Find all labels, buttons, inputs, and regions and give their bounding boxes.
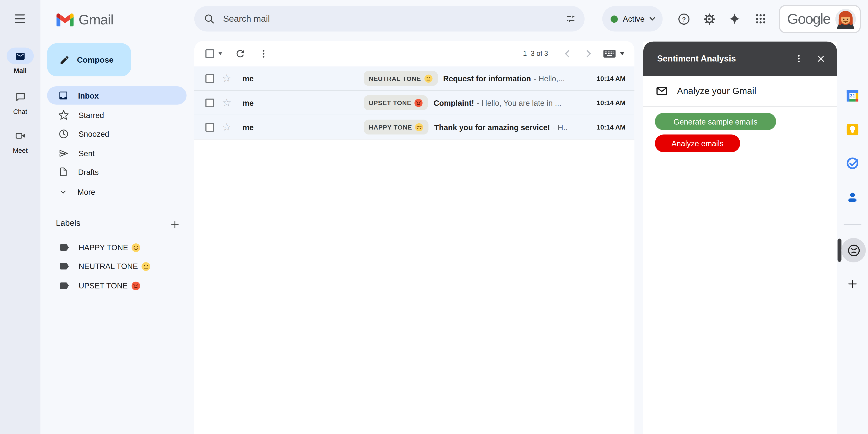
gear-icon	[703, 12, 715, 25]
row-checkbox[interactable]	[206, 98, 214, 107]
rail-item-meet[interactable]: Meet	[0, 127, 40, 154]
search-bar[interactable]	[194, 6, 585, 32]
happy-emoji-icon	[415, 123, 424, 131]
star-icon[interactable]: ☆	[222, 97, 231, 108]
chevron-down-icon	[58, 187, 68, 197]
email-subject: Complaint!	[434, 98, 474, 107]
addon-section-title: Analyze your Gmail	[677, 86, 756, 96]
chevron-left-icon[interactable]	[561, 48, 574, 60]
mail-pill	[6, 48, 34, 64]
keep-icon	[846, 123, 859, 136]
contacts-button[interactable]	[841, 186, 864, 208]
gmail-wordmark: Gmail	[79, 11, 114, 28]
email-row[interactable]: ☆ me UPSET TONE Complaint! - Hello, You …	[194, 91, 634, 115]
generate-sample-emails-button[interactable]: Generate sample emails	[655, 113, 776, 130]
sidebar-label-neutral-tone[interactable]: NEUTRAL TONE	[53, 257, 191, 276]
label-tag-icon	[59, 242, 70, 253]
addon-close-button[interactable]	[811, 49, 830, 68]
search-input[interactable]	[222, 13, 565, 24]
sidebar-label-inbox: Inbox	[78, 91, 98, 100]
addon-panel-title: Sentiment Analysis	[657, 54, 789, 64]
gmail-app-window: Mail Chat Meet Gmail	[0, 0, 868, 434]
main-menu-button[interactable]	[9, 8, 31, 30]
pencil-icon	[59, 55, 70, 65]
status-dot	[611, 15, 618, 22]
neutral-emoji-icon	[141, 261, 151, 271]
email-row[interactable]: ☆ me HAPPY TONE Thank you for amazing se…	[194, 115, 634, 140]
star-icon[interactable]: ☆	[222, 73, 231, 84]
input-tools-icon[interactable]	[602, 48, 617, 59]
more-vertical-icon	[794, 54, 804, 64]
email-snippet: - Hello,...	[534, 74, 592, 83]
neutral-emoji-icon	[424, 74, 433, 83]
refresh-icon[interactable]	[235, 48, 246, 59]
help-button[interactable]: ?	[673, 8, 695, 30]
label-tag-icon	[59, 280, 70, 291]
angry-emoji-icon	[131, 281, 141, 290]
plus-icon	[169, 219, 180, 230]
get-addons-button[interactable]	[841, 273, 864, 295]
frown-face-icon	[847, 244, 860, 256]
addon-panel-sentiment-analysis: Sentiment Analysis Analyze your Gmail Ge…	[643, 41, 837, 434]
status-chip-active[interactable]: Active	[602, 6, 662, 32]
analyze-emails-button[interactable]: Analyze emails	[655, 134, 740, 152]
email-row[interactable]: ☆ me NEUTRAL TONE Request for informatio…	[194, 66, 634, 91]
calendar-button[interactable]: 31	[841, 85, 864, 107]
tone-chip[interactable]: HAPPY TONE	[364, 120, 429, 134]
sidebar-label-more: More	[78, 187, 95, 196]
avatar-woman-icon[interactable]	[835, 9, 856, 29]
tasks-button[interactable]	[841, 152, 864, 174]
select-all-checkbox[interactable]	[206, 49, 214, 58]
plus-icon	[846, 278, 859, 290]
chevron-right-icon[interactable]	[582, 48, 594, 60]
angry-emoji-icon	[414, 98, 423, 107]
select-dropdown-caret[interactable]	[218, 52, 222, 55]
addon-menu-button[interactable]	[789, 49, 808, 68]
pagination-range: 1–3 of 3	[523, 50, 548, 57]
gemini-button[interactable]	[723, 8, 746, 30]
apps-button[interactable]	[749, 8, 772, 30]
sidebar-item-starred[interactable]: Starred	[47, 106, 186, 124]
mail-list-card: 1–3 of 3 ☆ me NEUTRAL T	[194, 41, 634, 434]
sidebar-item-sent[interactable]: Sent	[47, 144, 186, 162]
hamburger-icon	[15, 14, 25, 16]
list-toolbar: 1–3 of 3	[194, 41, 634, 66]
close-icon	[816, 54, 825, 63]
sidebar-item-more[interactable]: More	[47, 183, 186, 201]
sentiment-addon-button[interactable]	[841, 238, 866, 262]
create-label-button[interactable]	[166, 216, 184, 234]
tune-icon[interactable]	[565, 13, 576, 24]
tone-chip[interactable]: UPSET TONE	[364, 95, 428, 110]
sidebar-item-drafts[interactable]: Drafts	[47, 163, 186, 181]
email-snippet: - Hello, You are late in ...	[477, 98, 592, 107]
settings-button[interactable]	[698, 8, 720, 30]
calendar-icon: 31	[846, 89, 859, 102]
svg-text:?: ?	[682, 16, 686, 23]
sidebar-label-happy-tone[interactable]: HAPPY TONE	[53, 238, 191, 257]
account-switcher[interactable]: Google	[779, 5, 861, 33]
sidebar-item-snoozed[interactable]: Snoozed	[47, 125, 186, 143]
keep-button[interactable]	[841, 119, 864, 141]
row-checkbox[interactable]	[206, 74, 214, 83]
svg-text:31: 31	[850, 93, 855, 98]
apps-grid-icon	[754, 13, 767, 25]
email-snippet: - H..	[553, 123, 592, 131]
sidebar-label-snoozed: Snoozed	[79, 129, 109, 138]
compose-label: Compose	[77, 55, 114, 64]
input-tools-caret[interactable]	[620, 52, 625, 55]
sidebar-label-sent: Sent	[79, 149, 95, 158]
search-icon[interactable]	[204, 13, 215, 24]
clock-icon	[58, 128, 69, 139]
rail-label-chat: Chat	[13, 108, 27, 116]
sidebar-item-inbox[interactable]: Inbox	[47, 86, 186, 105]
contacts-icon	[846, 190, 859, 204]
row-checkbox[interactable]	[206, 123, 214, 131]
tone-chip[interactable]: NEUTRAL TONE	[364, 71, 438, 86]
sidebar-label-upset-tone[interactable]: UPSET TONE	[53, 276, 191, 295]
rail-item-mail[interactable]: Mail	[0, 48, 40, 75]
more-vertical-icon[interactable]	[258, 48, 269, 59]
gmail-logo[interactable]: Gmail	[57, 11, 114, 28]
compose-button[interactable]: Compose	[47, 43, 131, 76]
star-icon[interactable]: ☆	[222, 122, 231, 132]
rail-item-chat[interactable]: Chat	[0, 89, 40, 116]
